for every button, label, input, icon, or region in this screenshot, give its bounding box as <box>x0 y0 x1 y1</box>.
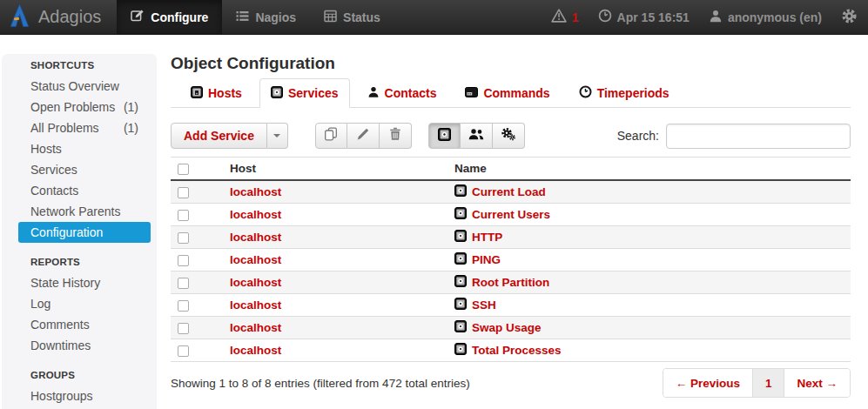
service-link[interactable]: Current Users <box>472 208 550 221</box>
terminal-icon <box>465 86 478 101</box>
pencil-icon <box>356 127 370 144</box>
copy-button[interactable] <box>315 123 347 149</box>
toolbar: Add Service <box>171 123 851 149</box>
top-navbar: Adagios Configure Nagios <box>0 0 868 35</box>
row-checkbox[interactable] <box>178 187 189 198</box>
sidebar-item-contacts[interactable]: Contacts <box>18 180 151 201</box>
sidebar-item-hosts[interactable]: Hosts <box>18 138 151 159</box>
row-checkbox[interactable] <box>178 232 189 244</box>
column-header-name[interactable]: Name <box>447 158 851 181</box>
monitor-icon <box>454 275 467 290</box>
services-table: Host Name localhost Current Load localho… <box>171 157 851 362</box>
main-content: Object Configuration Hosts <box>171 35 851 398</box>
add-service-button[interactable]: Add Service <box>171 123 267 149</box>
host-icon <box>191 86 203 101</box>
row-checkbox[interactable] <box>178 255 189 266</box>
table-row: localhost Total Processes <box>171 339 851 362</box>
service-link[interactable]: SSH <box>472 298 496 312</box>
add-service-dropdown-button[interactable] <box>267 123 288 149</box>
alerts-count: 1 <box>572 10 579 24</box>
person-icon <box>367 86 380 101</box>
sidebar-item-downtimes[interactable]: Downtimes <box>18 335 151 356</box>
row-checkbox[interactable] <box>178 345 189 357</box>
sidebar-item-comments[interactable]: Comments <box>18 314 151 335</box>
service-link[interactable]: Swap Usage <box>472 321 542 334</box>
service-link[interactable]: Root Partition <box>472 276 549 289</box>
table-row: localhost HTTP <box>171 226 851 249</box>
service-link[interactable]: Total Processes <box>472 344 562 357</box>
sidebar-item-configuration[interactable]: Configuration <box>18 222 151 243</box>
sidebar-item-hostgroups[interactable]: Hostgroups <box>18 386 151 406</box>
view-contacts-toggle[interactable] <box>461 123 493 149</box>
tab-commands[interactable]: Commands <box>454 78 561 108</box>
table-header-row: Host Name <box>171 158 851 181</box>
clock-icon <box>579 85 592 101</box>
settings-menu[interactable] <box>841 8 858 27</box>
sidebar-header-groups: GROUPS <box>2 365 157 386</box>
host-link[interactable]: localhost <box>230 185 281 198</box>
clock-display: Apr 15 16:51 <box>598 9 690 25</box>
sidebar-item-status-overview[interactable]: Status Overview <box>18 76 151 97</box>
sidebar-item-state-history[interactable]: State History <box>18 272 151 293</box>
search-input[interactable] <box>666 124 851 149</box>
list-icon <box>236 10 249 25</box>
sidebar-header-shortcuts: SHORTCUTS <box>2 55 157 76</box>
column-header-host[interactable]: Host <box>223 158 447 181</box>
host-link[interactable]: localhost <box>230 298 281 312</box>
sidebar-item-services[interactable]: Services <box>18 159 151 180</box>
host-link[interactable]: localhost <box>230 344 281 357</box>
entries-summary: Showing 1 to 8 of 8 entries (filtered fr… <box>171 377 470 390</box>
host-link[interactable]: localhost <box>230 253 281 266</box>
select-all-header <box>171 158 223 181</box>
sidebar-section-reports: REPORTS State History Log Comments Downt… <box>2 251 157 356</box>
alerts-indicator[interactable]: 1 <box>551 9 579 25</box>
warning-icon <box>551 9 567 25</box>
service-link[interactable]: HTTP <box>472 231 502 244</box>
sidebar-item-network-parents[interactable]: Network Parents <box>18 201 151 222</box>
tab-timeperiods[interactable]: Timeperiods <box>568 78 681 108</box>
clock-icon <box>598 9 612 25</box>
object-tabs: Hosts Services Contacts <box>171 78 851 108</box>
host-link[interactable]: localhost <box>230 231 281 244</box>
nav-item-status[interactable]: Status <box>310 0 394 34</box>
monitor-icon <box>454 252 467 267</box>
host-link[interactable]: localhost <box>230 321 281 334</box>
gear-icon <box>841 8 858 27</box>
row-checkbox[interactable] <box>178 278 189 289</box>
brand[interactable]: Adagios <box>0 0 117 34</box>
service-link[interactable]: Current Load <box>472 185 546 198</box>
row-checkbox[interactable] <box>178 210 189 221</box>
adagios-logo-icon <box>9 3 30 31</box>
sidebar-item-log[interactable]: Log <box>18 293 151 314</box>
sidebar-item-open-problems[interactable]: Open Problems(1) <box>18 97 151 117</box>
brand-name: Adagios <box>38 7 101 27</box>
nav-item-nagios[interactable]: Nagios <box>222 0 310 34</box>
sidebar-item-all-problems[interactable]: All Problems(1) <box>18 117 151 138</box>
search-area: Search: <box>617 124 851 149</box>
search-label: Search: <box>617 129 659 143</box>
previous-page-button[interactable]: ← Previous <box>663 369 752 397</box>
table-row: localhost Current Load <box>171 180 851 204</box>
select-all-checkbox[interactable] <box>178 164 189 175</box>
page-number-button[interactable]: 1 <box>752 369 784 397</box>
row-checkbox[interactable] <box>178 323 189 334</box>
tab-hosts[interactable]: Hosts <box>179 78 253 108</box>
service-link[interactable]: PING <box>472 253 501 266</box>
view-settings-toggle[interactable] <box>493 123 525 149</box>
host-link[interactable]: localhost <box>230 208 281 221</box>
next-page-button[interactable]: Next → <box>784 369 850 397</box>
row-checkbox[interactable] <box>178 300 189 312</box>
sidebar-section-groups: GROUPS Hostgroups <box>2 365 157 406</box>
host-link[interactable]: localhost <box>230 276 281 289</box>
tab-services[interactable]: Services <box>259 78 350 108</box>
view-services-toggle[interactable] <box>428 123 461 149</box>
nav-item-configure[interactable]: Configure <box>117 0 222 34</box>
monitor-icon <box>271 86 283 101</box>
table-row: localhost Current Users <box>171 204 851 226</box>
user-icon <box>709 10 723 25</box>
edit-button[interactable] <box>347 123 380 149</box>
table-footer: Showing 1 to 8 of 8 entries (filtered fr… <box>171 368 851 398</box>
user-menu[interactable]: anonymous (en) <box>709 10 822 25</box>
delete-button[interactable] <box>380 123 412 149</box>
tab-contacts[interactable]: Contacts <box>356 78 448 108</box>
